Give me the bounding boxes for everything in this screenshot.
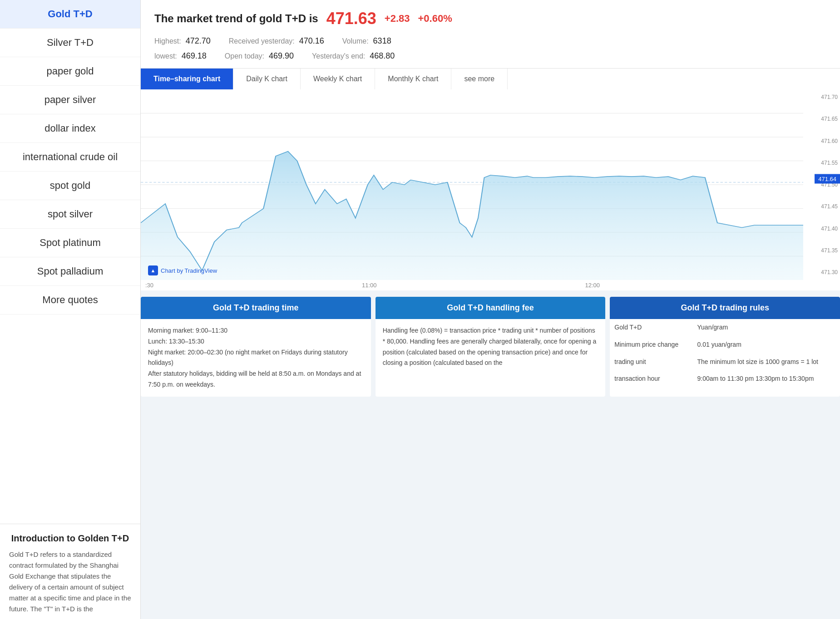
- sidebar-nav: Gold T+DSilver T+Dpaper goldpaper silver…: [0, 0, 140, 524]
- handling-fee-body: Handling fee (0.08%) = transaction price…: [376, 319, 606, 375]
- price-tick-2: 471.65: [815, 116, 838, 122]
- sidebar-item-spot-palladium[interactable]: Spot palladium: [0, 257, 140, 286]
- price-tick-4: 471.55: [815, 160, 838, 166]
- time-label-2: 11:00: [362, 282, 377, 289]
- trading-time-body: Morning market: 9:00–11:30 Lunch: 13:30–…: [141, 319, 371, 397]
- chart-tab-weekly-k-chart[interactable]: Weekly K chart: [301, 69, 375, 89]
- price-tick-9: 471.30: [815, 269, 838, 275]
- rule-value: The minimum lot size is 1000 grams = 1 l…: [693, 354, 840, 371]
- chart-tab-time-sharing-chart[interactable]: Time–sharing chart: [141, 69, 233, 89]
- chart-price-axis: 471.70 471.65 471.60 471.55 471.50 471.4…: [813, 89, 840, 280]
- tradingview-icon: ▲: [148, 265, 158, 275]
- lowest-label: lowest:: [154, 52, 177, 60]
- price-tick-7: 471.40: [815, 226, 838, 232]
- lowest-value: 469.18: [182, 51, 207, 61]
- market-title: The market trend of gold T+D is: [154, 12, 318, 25]
- chart-current-price: 471.64: [815, 174, 840, 184]
- stat-open-today: Open today: 469.90: [225, 51, 294, 61]
- rule-label: trading unit: [610, 354, 692, 371]
- stat-lowest: lowest: 469.18: [154, 51, 207, 61]
- chart-container: 471.70 471.65 471.60 471.55 471.50 471.4…: [141, 89, 840, 280]
- main-content: The market trend of gold T+D is 471.63 +…: [141, 0, 840, 619]
- handling-fee-header: Gold T+D handling fee: [376, 297, 606, 319]
- sidebar-item-spot-platinum[interactable]: Spot platinum: [0, 229, 140, 257]
- volume-value: 6318: [373, 36, 391, 46]
- chart-time-axis: :30 11:00 12:00: [141, 280, 840, 290]
- highest-label: Highest:: [154, 37, 181, 45]
- table-row: trading unit The minimum lot size is 100…: [610, 354, 840, 371]
- sidebar-item-dollar-index[interactable]: dollar index: [0, 114, 140, 143]
- chart-tab-monthly-k-chart[interactable]: Monthly K chart: [375, 69, 451, 89]
- sidebar-item-gold-t+d[interactable]: Gold T+D: [0, 0, 140, 29]
- table-row: Gold T+D Yuan/gram: [610, 319, 840, 336]
- market-header: The market trend of gold T+D is 471.63 +…: [141, 0, 840, 68]
- chart-tabs: Time–sharing chartDaily K chartWeekly K …: [141, 68, 840, 89]
- open-today-value: 469.90: [269, 51, 294, 61]
- market-title-row: The market trend of gold T+D is 471.63 +…: [154, 9, 826, 28]
- market-stats-row2: lowest: 469.18 Open today: 469.90 Yester…: [154, 51, 826, 61]
- info-card-trading-rules: Gold T+D trading rules Gold T+D Yuan/gra…: [610, 297, 840, 397]
- sidebar-item-silver-t+d[interactable]: Silver T+D: [0, 29, 140, 57]
- price-tick-6: 471.45: [815, 203, 838, 210]
- price-tick-8: 471.35: [815, 247, 838, 254]
- price-tick-3: 471.60: [815, 138, 838, 144]
- rule-value: Yuan/gram: [693, 319, 840, 336]
- sidebar-intro-text: Gold T+D refers to a standardized contra…: [9, 549, 131, 614]
- trading-time-header: Gold T+D trading time: [141, 297, 371, 319]
- yesterdays-end-label: Yesterday's end:: [312, 52, 365, 60]
- market-change-pct: +0.60%: [418, 13, 452, 25]
- received-yesterday-value: 470.16: [299, 36, 324, 46]
- sidebar-item-international-crude-oil[interactable]: international crude oil: [0, 143, 140, 172]
- market-stats: Highest: 472.70 Received yesterday: 470.…: [154, 36, 826, 46]
- stat-volume: Volume: 6318: [342, 36, 391, 46]
- time-label-1: :30: [145, 282, 153, 289]
- chart-tab-see-more[interactable]: see more: [451, 69, 508, 89]
- market-change: +2.83: [385, 13, 410, 25]
- info-cards: Gold T+D trading time Morning market: 9:…: [141, 290, 840, 397]
- sidebar-intro: Introduction to Golden T+D Gold T+D refe…: [0, 524, 140, 619]
- yesterdays-end-value: 468.80: [370, 51, 395, 61]
- stat-received-yesterday: Received yesterday: 470.16: [229, 36, 324, 46]
- sidebar: Gold T+DSilver T+Dpaper goldpaper silver…: [0, 0, 141, 619]
- trading-rules-table: Gold T+D Yuan/gram Minimum price change …: [610, 319, 840, 388]
- trading-rules-header: Gold T+D trading rules: [610, 297, 840, 319]
- sidebar-item-more-quotes[interactable]: More quotes: [0, 286, 140, 314]
- sidebar-item-paper-silver[interactable]: paper silver: [0, 86, 140, 114]
- sidebar-item-spot-gold[interactable]: spot gold: [0, 172, 140, 200]
- chart-svg: [141, 89, 840, 280]
- tradingview-credit: ▲ Chart by TradingView: [148, 265, 217, 275]
- time-label-3: 12:00: [585, 282, 600, 289]
- rule-label: transaction hour: [610, 370, 692, 388]
- rule-label: Minimum price change: [610, 336, 692, 354]
- received-yesterday-label: Received yesterday:: [229, 37, 295, 45]
- open-today-label: Open today:: [225, 52, 264, 60]
- table-row: transaction hour 9:00am to 11:30 pm 13:3…: [610, 370, 840, 388]
- chart-tab-daily-k-chart[interactable]: Daily K chart: [233, 69, 301, 89]
- sidebar-item-paper-gold[interactable]: paper gold: [0, 57, 140, 86]
- highest-value: 472.70: [186, 36, 211, 46]
- tradingview-label: Chart by TradingView: [161, 267, 217, 274]
- sidebar-intro-title: Introduction to Golden T+D: [9, 533, 131, 544]
- table-row: Minimum price change 0.01 yuan/gram: [610, 336, 840, 354]
- volume-label: Volume:: [342, 37, 369, 45]
- rule-value: 0.01 yuan/gram: [693, 336, 840, 354]
- stat-highest: Highest: 472.70: [154, 36, 211, 46]
- sidebar-item-spot-silver[interactable]: spot silver: [0, 200, 140, 229]
- rule-value: 9:00am to 11:30 pm 13:30pm to 15:30pm: [693, 370, 840, 388]
- trading-rules-body: Gold T+D Yuan/gram Minimum price change …: [610, 319, 840, 388]
- market-price: 471.63: [326, 9, 376, 28]
- rule-label: Gold T+D: [610, 319, 692, 336]
- price-tick-1: 471.70: [815, 94, 838, 100]
- stat-yesterdays-end: Yesterday's end: 468.80: [312, 51, 395, 61]
- info-card-handling-fee: Gold T+D handling fee Handling fee (0.08…: [376, 297, 606, 397]
- info-card-trading-time: Gold T+D trading time Morning market: 9:…: [141, 297, 371, 397]
